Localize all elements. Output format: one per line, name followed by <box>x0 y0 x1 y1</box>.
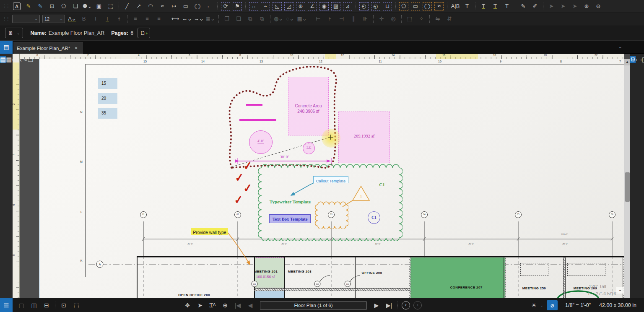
panel-bookmarks[interactable]: ▯ <box>642 56 644 63</box>
single-pane-view[interactable]: ▢ <box>16 300 27 311</box>
next-view-button[interactable]: › <box>413 301 422 309</box>
textbox-template-markup[interactable]: Text Box Template <box>269 214 311 223</box>
polygon-sketch-tool[interactable]: ⌐ <box>204 2 214 11</box>
previous-view-button[interactable]: ‹ <box>402 301 410 309</box>
align-objects-center[interactable]: ⊦ <box>325 14 335 23</box>
select-add-tool[interactable]: ➤ <box>546 2 556 11</box>
count-polygon-tool[interactable]: ⬠ <box>399 2 409 11</box>
leader-line-tool[interactable]: ⟷ <box>170 14 180 23</box>
arrow-end-style[interactable]: →⌄ <box>194 14 204 23</box>
area-measure-tool[interactable]: ◺ <box>272 2 282 11</box>
collapse-chevron-icon[interactable]: ⌄ <box>616 287 624 294</box>
pen-tool[interactable]: ✎ <box>35 2 45 11</box>
c1-circle-markup[interactable]: C1 <box>368 211 380 224</box>
opacity-picker[interactable]: ◌⌄ <box>285 14 295 23</box>
measurement-note[interactable]: L = 27'-4 5/16" <box>588 291 618 296</box>
line-tool[interactable]: ╱ <box>122 2 132 11</box>
zoom-tool[interactable]: ⊕ <box>220 300 231 311</box>
previous-page-button[interactable]: ◀ <box>245 300 256 311</box>
align-right-button[interactable]: ≡ <box>154 14 164 23</box>
snap-grid-toggle[interactable]: ⬚ <box>405 14 415 23</box>
page-fit-button[interactable]: ⊡ <box>58 300 69 311</box>
strikethrough-button[interactable]: Ŧ <box>114 14 124 23</box>
center-measure-tool[interactable]: ◉ <box>319 2 329 11</box>
pan-tool[interactable]: ✥ <box>182 300 193 311</box>
zoom-out-tool[interactable]: ⊖ <box>593 2 603 11</box>
wall-type-note-markup[interactable]: Provide wall type <box>191 228 228 235</box>
legend-box-markup[interactable]: 20 <box>98 93 117 104</box>
image-tool[interactable]: ▣ <box>94 2 104 11</box>
distribute-vertical[interactable]: ⊪ <box>360 14 370 23</box>
font-family-select[interactable]: ⌄ <box>12 15 40 23</box>
checkmark-markup[interactable]: ✓ <box>243 181 253 195</box>
arrow-tool[interactable]: ↗ <box>134 2 144 11</box>
align-left-button[interactable]: ≡ <box>130 14 140 23</box>
measurement-note[interactable]: 120" Tall <box>589 284 606 289</box>
vertical-scrollbar[interactable]: ▲ <box>624 59 630 298</box>
font-size-select[interactable]: 12⌄ <box>42 15 65 23</box>
distribute-horizontal[interactable]: ∥ <box>348 14 358 23</box>
dimension-tool[interactable]: ↦ <box>169 2 179 11</box>
toolbar-grip-2[interactable]: ⋮⋮ <box>3 16 9 21</box>
document-menu-button[interactable]: 🗎⌄ <box>5 28 23 38</box>
flip-vertical-button[interactable]: ⇵ <box>444 14 454 23</box>
insert-page-button[interactable]: 🗋+ <box>138 28 150 38</box>
font-color-picker[interactable]: A⌄ <box>67 14 77 23</box>
count-polyline-tool[interactable]: ≈ <box>434 2 444 11</box>
arc-area-tool[interactable]: ◴ <box>359 2 369 11</box>
cutout-measure-tool[interactable]: ▨ <box>331 2 341 11</box>
line-markup[interactable] <box>246 104 262 106</box>
count-rectangle-tool[interactable]: ▭ <box>410 2 421 11</box>
c1-text-markup[interactable]: C1 <box>379 182 384 187</box>
spellcheck-tool[interactable]: A|B <box>450 2 460 11</box>
align-center-button[interactable]: ≡ <box>142 14 152 23</box>
scale-indicator[interactable]: 1/8" = 1'-0" <box>565 302 591 308</box>
group-button[interactable]: ❐ <box>222 14 232 23</box>
snapshot-tool[interactable]: ⬚ <box>106 2 116 11</box>
viewport-tool[interactable]: ⚑ <box>232 2 242 11</box>
pencil-edit-tool[interactable]: ✎ <box>518 2 528 11</box>
callout-tool[interactable]: ❏ <box>70 2 80 11</box>
select-remove-tool[interactable]: ➤ <box>570 2 580 11</box>
polygon-tool[interactable]: ⬠ <box>59 2 69 11</box>
underline-text-tool[interactable]: T <box>478 2 488 11</box>
arc-tool[interactable]: ◠ <box>145 2 156 11</box>
line-markup[interactable] <box>239 119 276 121</box>
bold-button[interactable]: B <box>79 14 89 23</box>
callout-template-markup[interactable]: Callout Template <box>313 176 348 183</box>
polylength-measure-tool[interactable]: ⌁ <box>260 2 270 11</box>
align-objects-left[interactable]: ⊢ <box>313 14 323 23</box>
meeting-201-lower-highlight[interactable] <box>254 291 284 298</box>
zoom-in-tool[interactable]: ⊕ <box>582 2 592 11</box>
stamp-tool[interactable]: ⊡ <box>47 2 57 11</box>
flip-horizontal-button[interactable]: ⇋ <box>433 14 443 23</box>
sketch-to-scale-tool[interactable]: ✎ <box>23 2 34 11</box>
close-icon[interactable]: ✕ <box>74 46 78 50</box>
line-weights-toggle[interactable]: ⌀ <box>547 300 558 310</box>
scrollbar-thumb[interactable] <box>625 172 630 202</box>
sign-tool[interactable]: ⚉⌄ <box>82 2 92 11</box>
split-horizontal-view[interactable]: ⊟ <box>41 300 52 311</box>
panel-file-access[interactable]: ▤ <box>0 56 6 63</box>
checkmark-markup[interactable]: ✓ <box>234 193 244 207</box>
send-back-button[interactable]: ⧉ <box>257 14 267 23</box>
slope-measure-tool[interactable]: ⊿ <box>343 2 353 11</box>
toolbar-grip[interactable]: ⋮⋮ <box>3 4 9 8</box>
strikethrough-text-tool[interactable]: Ŧ <box>502 2 512 11</box>
tab-example-floor-plan[interactable]: Example Floor Plan_AR* ✕ <box>13 42 83 54</box>
text-review-tool[interactable]: Ŧ <box>462 2 472 11</box>
brightness-icon[interactable]: ☀ <box>529 300 540 311</box>
first-page-button[interactable]: |◀ <box>232 300 243 311</box>
typewriter-template-markup[interactable]: Typewriter Template <box>270 199 311 204</box>
hatch-pattern-picker[interactable]: ▩⌄ <box>297 14 307 23</box>
conference-207-highlight[interactable] <box>410 257 505 298</box>
page-setup-button[interactable]: ⬚ <box>71 300 82 311</box>
split-vertical-view[interactable]: ◫ <box>29 300 39 311</box>
panel-measurements[interactable]: ▭ <box>636 56 641 63</box>
ungroup-button[interactable]: ❏ <box>234 14 244 23</box>
bring-front-button[interactable]: ⧉ <box>245 14 255 23</box>
last-page-button[interactable]: ▶| <box>384 300 395 311</box>
ellipse-tool[interactable]: ◯ <box>192 2 203 11</box>
room-area-markup[interactable]: 100.0156 sf <box>256 275 275 279</box>
polyline-tool[interactable]: ≈ <box>157 2 167 11</box>
